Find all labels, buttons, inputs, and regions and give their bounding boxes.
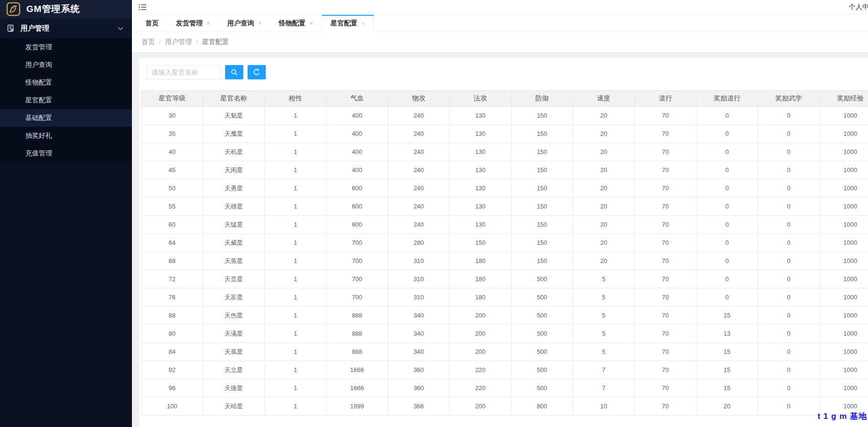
- table-cell: 366: [388, 397, 450, 416]
- table-cell: 130: [450, 125, 511, 143]
- search-button[interactable]: [225, 65, 243, 79]
- table-cell: 20: [573, 143, 635, 161]
- watermark: t 1 g m 基地: [817, 411, 867, 422]
- tab[interactable]: 首页: [137, 14, 167, 31]
- table-cell: 150: [511, 234, 573, 252]
- table-cell: 0: [758, 179, 820, 197]
- tab-close-icon[interactable]: ×: [206, 20, 210, 26]
- table-cell: 1000: [820, 179, 868, 197]
- breadcrumb-item[interactable]: 用户管理: [165, 38, 192, 46]
- table-row: 84天孤星18883402005005701501000: [141, 343, 868, 361]
- table-cell: 7: [573, 379, 635, 397]
- sidebar-item[interactable]: 充值管理: [0, 144, 132, 162]
- sidebar-item[interactable]: 发货管理: [0, 38, 132, 56]
- table-cell: 0: [696, 161, 758, 179]
- tab-label: 首页: [145, 19, 159, 28]
- sidebar: GM管理系统 用户管理 发货管理用户查询怪物配置星官配置基础配置抽奖好礼充值管理: [0, 0, 132, 427]
- table-cell: 240: [388, 161, 450, 179]
- user-menu[interactable]: 个人中心: [849, 3, 868, 11]
- tab-close-icon[interactable]: ×: [258, 20, 262, 26]
- tab[interactable]: 怪物配置×: [270, 14, 322, 31]
- table-cell: 70: [635, 307, 696, 325]
- tab-bar: 首页发货管理×用户查询×怪物配置×星官配置×: [132, 14, 868, 32]
- table-cell: 天英星: [203, 252, 265, 270]
- table-cell: 55: [141, 197, 203, 216]
- breadcrumb-separator: /: [196, 39, 197, 45]
- table-cell: 1000: [820, 252, 868, 270]
- table-cell: 130: [450, 143, 511, 161]
- column-header: 奖励武学: [758, 91, 820, 107]
- tab-label: 星官配置: [331, 19, 358, 28]
- table-cell: 1: [265, 270, 326, 288]
- sidebar-group-user-management[interactable]: 用户管理: [0, 18, 132, 38]
- table-cell: 360: [388, 361, 450, 379]
- tab[interactable]: 发货管理×: [167, 14, 219, 31]
- table-cell: 天富星: [203, 288, 265, 307]
- sidebar-item[interactable]: 基础配置: [0, 109, 132, 127]
- toolbar: [146, 65, 868, 79]
- table-cell: 天暗星: [203, 397, 265, 416]
- refresh-button[interactable]: [248, 65, 266, 79]
- table-cell: 600: [326, 197, 388, 216]
- sidebar-item[interactable]: 抽奖好礼: [0, 127, 132, 144]
- table-cell: 70: [635, 397, 696, 416]
- table-cell: 70: [635, 107, 696, 125]
- table-cell: 20: [573, 107, 635, 125]
- tab-label: 怪物配置: [279, 19, 305, 28]
- table-cell: 240: [388, 197, 450, 216]
- table-cell: 130: [450, 179, 511, 197]
- table-cell: 0: [758, 107, 820, 125]
- table-cell: 200: [450, 343, 511, 361]
- table-cell: 5: [573, 307, 635, 325]
- table-cell: 15: [696, 343, 758, 361]
- table-cell: 20: [573, 161, 635, 179]
- table-cell: 1: [265, 325, 326, 343]
- table-cell: 700: [326, 270, 388, 288]
- table-cell: 1000: [820, 197, 868, 216]
- table-cell: 30: [141, 107, 203, 125]
- table-cell: 76: [141, 288, 203, 307]
- table-cell: 240: [388, 107, 450, 125]
- table-cell: 220: [450, 361, 511, 379]
- table-cell: 5: [573, 325, 635, 343]
- table-row: 40天机星14002401301502070001000: [141, 143, 868, 161]
- table-cell: 15: [696, 361, 758, 379]
- table-cell: 96: [141, 379, 203, 397]
- table-cell: 天猛星: [203, 216, 265, 234]
- table-cell: 天伤星: [203, 307, 265, 325]
- table-cell: 340: [388, 343, 450, 361]
- table-cell: 130: [450, 161, 511, 179]
- table-cell: 0: [758, 161, 820, 179]
- table-cell: 1: [265, 107, 326, 125]
- breadcrumb: 首页/用户管理/星官配置: [132, 32, 868, 52]
- table-row: 88天伤星18883402005005701501000: [141, 307, 868, 325]
- table-cell: 150: [511, 125, 573, 143]
- breadcrumb-item[interactable]: 首页: [141, 38, 155, 46]
- tab[interactable]: 星官配置×: [322, 15, 374, 32]
- search-input[interactable]: [146, 65, 221, 79]
- table-cell: 240: [388, 143, 450, 161]
- table-cell: 180: [450, 270, 511, 288]
- table-cell: 0: [696, 179, 758, 197]
- table-cell: 70: [635, 216, 696, 234]
- table-cell: 1000: [820, 107, 868, 125]
- sidebar-item[interactable]: 用户查询: [0, 56, 132, 74]
- table-cell: 310: [388, 270, 450, 288]
- table-cell: 68: [141, 252, 203, 270]
- table-cell: 20: [573, 216, 635, 234]
- tab-close-icon[interactable]: ×: [309, 20, 313, 26]
- table-cell: 0: [758, 379, 820, 397]
- tab[interactable]: 用户查询×: [219, 14, 271, 31]
- breadcrumb-item: 星官配置: [202, 38, 229, 46]
- sidebar-item[interactable]: 星官配置: [0, 91, 132, 109]
- table-row: 64天威星17002801501502070001000: [141, 234, 868, 252]
- sidebar-item[interactable]: 怪物配置: [0, 74, 132, 91]
- table-row: 76天富星1700310180500570001000: [141, 288, 868, 307]
- table-cell: 70: [635, 234, 696, 252]
- table-cell: 天贵星: [203, 270, 265, 288]
- table-cell: 0: [696, 288, 758, 307]
- app-logo-icon: [6, 2, 21, 16]
- menu-toggle-icon[interactable]: [139, 4, 146, 11]
- table-cell: 0: [696, 107, 758, 125]
- tab-close-icon[interactable]: ×: [361, 21, 365, 27]
